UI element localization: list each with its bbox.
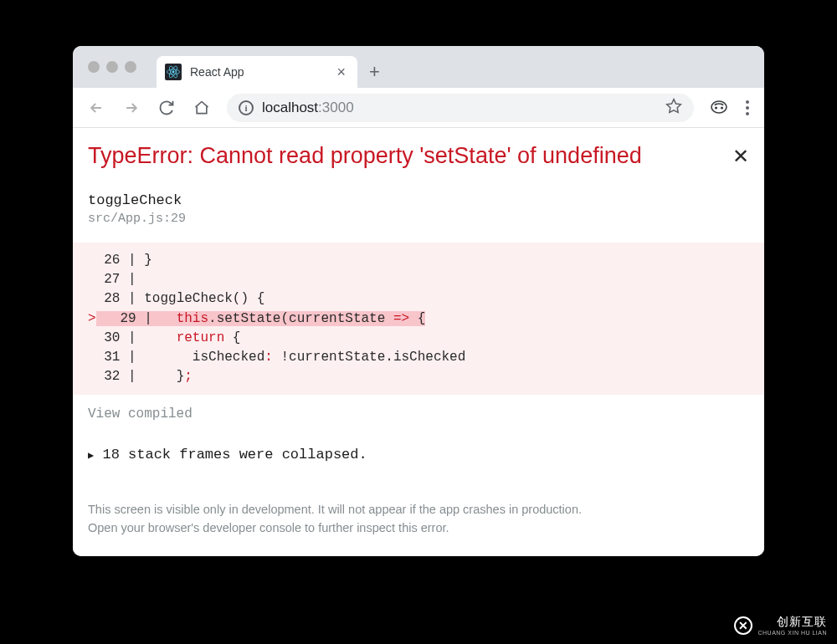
- window-controls: [88, 61, 136, 73]
- tab-bar: React App × +: [73, 46, 764, 88]
- svg-point-0: [172, 71, 175, 74]
- function-name: toggleCheck: [88, 192, 749, 208]
- svg-point-7: [721, 107, 723, 109]
- reload-button[interactable]: [151, 93, 182, 123]
- code-line: 31 | isChecked: !currentState.isChecked: [73, 348, 764, 367]
- browser-menu-button[interactable]: [739, 100, 756, 115]
- bookmark-button[interactable]: [665, 98, 682, 118]
- url-text: localhost:3000: [262, 100, 354, 116]
- svg-point-5: [711, 101, 727, 113]
- page-content: TypeError: Cannot read property 'setStat…: [73, 128, 764, 556]
- code-line-highlighted: > 29 | this.setState(currentState => {: [73, 309, 764, 329]
- error-overlay-close-button[interactable]: ✕: [732, 145, 749, 168]
- svg-marker-4: [667, 99, 681, 112]
- site-info-icon[interactable]: i: [239, 100, 254, 115]
- watermark-text: 创新互联: [757, 615, 827, 630]
- code-frame: 26 | } 27 | 28 | toggleCheck() { > 29 | …: [73, 243, 764, 395]
- close-window-button[interactable]: [88, 61, 100, 73]
- code-line: 26 | }: [73, 251, 764, 270]
- back-button[interactable]: [81, 93, 111, 123]
- error-title: TypeError: Cannot read property 'setStat…: [88, 143, 642, 169]
- footer-note: This screen is visible only in developme…: [88, 501, 749, 538]
- forward-button[interactable]: [116, 93, 146, 123]
- code-line: 27 |: [73, 270, 764, 289]
- code-line: 30 | return {: [73, 329, 764, 348]
- svg-point-6: [716, 107, 717, 109]
- react-favicon: [165, 64, 182, 80]
- nav-bar: i localhost:3000: [73, 88, 764, 128]
- tab-title: React App: [190, 65, 325, 79]
- address-bar[interactable]: i localhost:3000: [227, 94, 694, 122]
- maximize-window-button[interactable]: [125, 61, 136, 73]
- view-compiled-link[interactable]: View compiled: [88, 406, 749, 422]
- source-location: src/App.js:29: [88, 212, 749, 226]
- tab-close-button[interactable]: ×: [333, 64, 349, 81]
- minimize-window-button[interactable]: [106, 61, 118, 73]
- collapsed-frames-toggle[interactable]: ▶ 18 stack frames were collapsed.: [88, 447, 749, 463]
- code-line: 32 | };: [73, 367, 764, 386]
- watermark: ✕ 创新互联 CHUANG XIN HU LIAN: [734, 615, 827, 636]
- code-line: 28 | toggleCheck() {: [73, 289, 764, 309]
- watermark-subtext: CHUANG XIN HU LIAN: [757, 630, 827, 636]
- profile-button[interactable]: [704, 93, 734, 123]
- watermark-logo-icon: ✕: [734, 616, 752, 635]
- expand-arrow-icon: ▶: [88, 450, 94, 462]
- error-header: TypeError: Cannot read property 'setStat…: [88, 143, 749, 169]
- new-tab-button[interactable]: +: [357, 61, 392, 88]
- home-button[interactable]: [187, 93, 217, 123]
- browser-window: React App × + i localhost:3000: [73, 46, 764, 556]
- browser-tab[interactable]: React App ×: [157, 56, 357, 88]
